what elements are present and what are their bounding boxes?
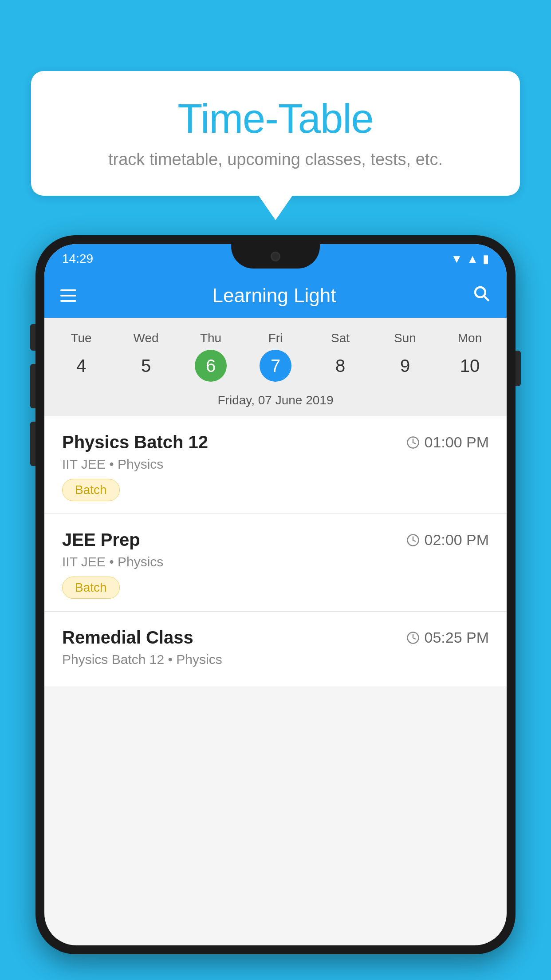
day-number: 7 bbox=[260, 350, 291, 382]
side-button-left-3 bbox=[30, 422, 35, 466]
bubble-subtitle: track timetable, upcoming classes, tests… bbox=[58, 150, 493, 169]
day-name: Tue bbox=[71, 331, 91, 345]
day-name: Sun bbox=[394, 331, 416, 345]
schedule-item-subtitle: Physics Batch 12 • Physics bbox=[62, 652, 489, 667]
toolbar-title: Learning Light bbox=[90, 285, 459, 307]
selected-date-label: Friday, 07 June 2019 bbox=[44, 386, 507, 416]
schedule-item-time: 05:25 PM bbox=[406, 629, 489, 646]
calendar-strip: Tue4Wed5Thu6Fri7Sat8Sun9Mon10 Friday, 07… bbox=[44, 318, 507, 416]
status-icons: ▼ ▲ ▮ bbox=[451, 252, 489, 266]
phone-outer: 14:29 ▼ ▲ ▮ Learning Light bbox=[35, 235, 516, 954]
calendar-day[interactable]: Fri7 bbox=[243, 327, 308, 386]
signal-icon: ▲ bbox=[467, 252, 478, 266]
schedule-list: Physics Batch 12 01:00 PM IIT JEE • Phys… bbox=[44, 416, 507, 687]
days-row: Tue4Wed5Thu6Fri7Sat8Sun9Mon10 bbox=[44, 327, 507, 386]
search-icon[interactable] bbox=[472, 284, 491, 307]
batch-badge: Batch bbox=[62, 479, 120, 501]
camera-dot bbox=[271, 252, 280, 261]
schedule-item-title: JEE Prep bbox=[62, 530, 140, 550]
calendar-day[interactable]: Sun9 bbox=[373, 327, 437, 386]
wifi-icon: ▼ bbox=[451, 252, 463, 266]
notch bbox=[231, 244, 320, 269]
status-time: 14:29 bbox=[62, 252, 93, 266]
phone-screen: 14:29 ▼ ▲ ▮ Learning Light bbox=[44, 244, 507, 945]
schedule-item-title: Remedial Class bbox=[62, 628, 193, 648]
batch-badge: Batch bbox=[62, 577, 120, 599]
schedule-item-header: Physics Batch 12 01:00 PM bbox=[62, 432, 489, 452]
speech-bubble: Time-Table track timetable, upcoming cla… bbox=[31, 71, 520, 196]
schedule-item-title: Physics Batch 12 bbox=[62, 432, 208, 452]
schedule-item-subtitle: IIT JEE • Physics bbox=[62, 457, 489, 472]
day-name: Sat bbox=[331, 331, 350, 345]
day-number: 10 bbox=[454, 350, 486, 382]
speech-bubble-container: Time-Table track timetable, upcoming cla… bbox=[31, 71, 520, 220]
day-name: Wed bbox=[133, 331, 158, 345]
schedule-item-header: JEE Prep 02:00 PM bbox=[62, 530, 489, 550]
day-name: Mon bbox=[458, 331, 482, 345]
battery-icon: ▮ bbox=[483, 252, 489, 266]
calendar-day[interactable]: Mon10 bbox=[437, 327, 502, 386]
day-number: 8 bbox=[324, 350, 356, 382]
schedule-item[interactable]: JEE Prep 02:00 PM IIT JEE • Physics Batc… bbox=[44, 514, 507, 612]
clock-icon bbox=[406, 436, 420, 449]
app-toolbar: Learning Light bbox=[44, 273, 507, 318]
svg-line-1 bbox=[484, 296, 488, 300]
day-number: 6 bbox=[195, 350, 227, 382]
schedule-item-time: 02:00 PM bbox=[406, 531, 489, 549]
schedule-item-time: 01:00 PM bbox=[406, 434, 489, 451]
phone-container: 14:29 ▼ ▲ ▮ Learning Light bbox=[35, 235, 516, 980]
day-number: 9 bbox=[389, 350, 421, 382]
calendar-day[interactable]: Tue4 bbox=[49, 327, 114, 386]
bubble-title: Time-Table bbox=[58, 95, 493, 142]
side-button-left-2 bbox=[30, 364, 35, 408]
day-number: 5 bbox=[130, 350, 162, 382]
calendar-day[interactable]: Sat8 bbox=[308, 327, 373, 386]
clock-icon bbox=[406, 631, 420, 644]
calendar-day[interactable]: Thu6 bbox=[178, 327, 243, 386]
calendar-day[interactable]: Wed5 bbox=[114, 327, 178, 386]
schedule-item[interactable]: Physics Batch 12 01:00 PM IIT JEE • Phys… bbox=[44, 416, 507, 514]
day-number: 4 bbox=[65, 350, 97, 382]
schedule-item-subtitle: IIT JEE • Physics bbox=[62, 554, 489, 569]
side-button-right bbox=[516, 351, 521, 386]
clock-icon bbox=[406, 533, 420, 547]
day-name: Fri bbox=[268, 331, 283, 345]
side-button-left-1 bbox=[30, 324, 35, 351]
speech-bubble-arrow bbox=[259, 196, 292, 220]
schedule-item[interactable]: Remedial Class 05:25 PM Physics Batch 12… bbox=[44, 612, 507, 687]
day-name: Thu bbox=[200, 331, 221, 345]
status-bar: 14:29 ▼ ▲ ▮ bbox=[44, 244, 507, 273]
schedule-item-header: Remedial Class 05:25 PM bbox=[62, 628, 489, 648]
menu-icon[interactable] bbox=[60, 289, 76, 302]
